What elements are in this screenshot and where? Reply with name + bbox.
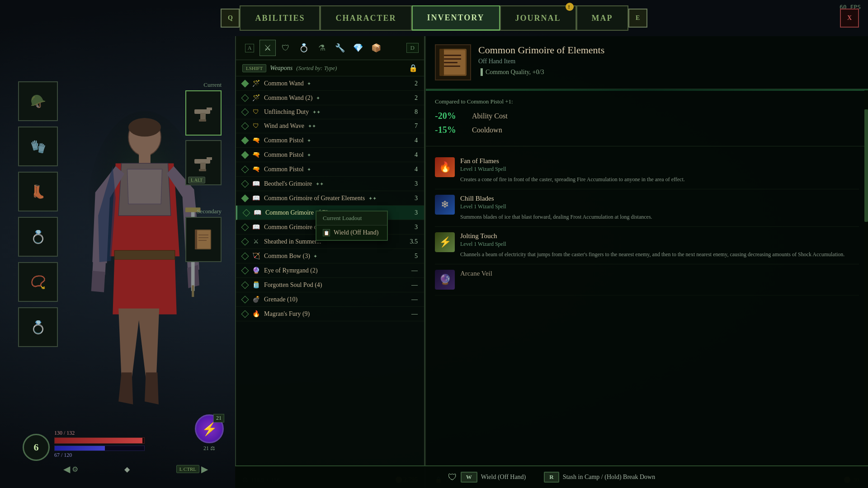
item-count: 4 xyxy=(404,151,418,159)
active-consumable[interactable]: ⚡ 21 21 ⚖ xyxy=(195,414,224,452)
spell-description: Summons blades of ice that blast forward… xyxy=(460,213,859,221)
cat-consumables[interactable]: ⚗ xyxy=(314,40,330,56)
list-item[interactable]: 💣 Grenade (10) — xyxy=(236,292,424,307)
fire-icon: 🔥 xyxy=(251,310,260,318)
item-count: — xyxy=(404,310,418,318)
next-character-button[interactable]: L CTRL ▶ xyxy=(176,464,208,474)
cat-key-d[interactable]: D xyxy=(406,43,419,53)
wield-key[interactable]: W xyxy=(461,472,477,483)
spell-entry: ⚡ Jolting Touch Level 1 Wizard Spell Cha… xyxy=(435,227,859,264)
equip-indicator xyxy=(243,209,250,216)
close-key[interactable]: X xyxy=(840,9,859,28)
cooldown-delta: -15% xyxy=(435,125,467,135)
grimoire-icon: 📖 xyxy=(251,223,260,231)
item-quality-display: ▐ Common Quality, +0/3 xyxy=(478,69,859,76)
prev-character-button[interactable]: ◀ ⚙ xyxy=(63,464,78,474)
cat-armor[interactable]: 🛡 xyxy=(278,40,294,56)
top-navigation: Q ABILITIES CHARACTER INVENTORY JOURNAL … xyxy=(0,0,868,36)
stash-key[interactable]: R xyxy=(544,472,559,483)
lightning-spell-icon: ⚡ xyxy=(435,232,455,252)
list-item[interactable]: 🛡 Wind and Wave ✦✦ 7 xyxy=(236,119,424,133)
svg-rect-28 xyxy=(444,66,460,67)
svg-rect-9 xyxy=(207,108,212,110)
nav-key-q[interactable]: Q xyxy=(221,9,240,28)
list-item[interactable]: 🔫 Common Pistol ✦ 4 xyxy=(236,162,424,177)
equip-indicator xyxy=(241,310,249,318)
cat-weapons[interactable]: ⚔ xyxy=(259,40,276,56)
svg-rect-17 xyxy=(197,230,210,249)
lshift-key[interactable]: LSHIFT xyxy=(242,64,266,72)
consumable-count: 21 xyxy=(213,414,224,422)
health-bar xyxy=(54,437,145,444)
lock-icon[interactable]: 🔒 xyxy=(409,64,418,72)
fire-spell-icon: 🔥 xyxy=(435,157,455,177)
list-item[interactable]: 🏹 Common Bow (3) ✦ 5 xyxy=(236,249,424,263)
popup-wield-item[interactable]: 📋 Wield (Off Hand) xyxy=(316,225,387,240)
cat-gems[interactable]: 💎 xyxy=(350,40,366,56)
list-item[interactable]: 🔫 Common Pistol ✦ 4 xyxy=(236,148,424,162)
cat-accessories[interactable]: 💍 xyxy=(296,40,312,56)
detail-scroll-thumb xyxy=(864,109,868,222)
quality-icon: ▐ xyxy=(478,69,483,76)
cooldown-label: Cooldown xyxy=(472,126,502,134)
orb-icon: 🔮 xyxy=(251,267,260,274)
helm-icon: 🪖 xyxy=(30,94,46,109)
stamina-label: 67 / 120 xyxy=(54,452,145,459)
detail-panel: Common Grimoire of Elements Off Hand Ite… xyxy=(425,36,868,488)
spell-description: Creates a cone of fire in front of the c… xyxy=(460,175,859,183)
slot-amulet[interactable]: 📿 xyxy=(18,262,58,302)
notification-badge: ! xyxy=(566,3,574,11)
item-count: 2 xyxy=(404,80,418,87)
slot-ring2[interactable]: 💍 xyxy=(18,307,58,347)
list-item[interactable]: 🪄 Common Wand ✦ 2 xyxy=(236,76,424,91)
item-name: Beothel's Grimoire ✦✦ xyxy=(264,180,401,188)
list-item[interactable]: 📖 Beothel's Grimoire ✦✦ 3 xyxy=(236,177,424,191)
wield-icon: 📋 xyxy=(323,229,330,236)
list-item[interactable]: 🛡 Unflinching Duty ✦✦ 8 xyxy=(236,105,424,119)
item-count: 4 xyxy=(404,166,418,173)
cat-misc[interactable]: 📦 xyxy=(368,40,384,56)
current-weapon-slot[interactable] xyxy=(185,90,222,136)
spell-name: Fan of Flames xyxy=(460,157,859,165)
stat-cooldown: -15% Cooldown xyxy=(435,125,859,135)
orb-icon: ⚡ xyxy=(202,422,217,436)
slot-key-lalt: L ALT xyxy=(188,177,205,183)
svg-rect-3 xyxy=(139,154,151,164)
current-weapon-slot-2[interactable]: L ALT xyxy=(185,140,222,185)
spell-level: Level 1 Wizard Spell xyxy=(460,241,859,248)
secondary-weapon-slot[interactable] xyxy=(185,217,222,262)
ice-spell-icon: ❄ xyxy=(435,195,455,215)
list-item[interactable]: 🔥 Magran's Fury (9) — xyxy=(236,307,424,321)
cat-all[interactable]: A xyxy=(241,40,258,56)
item-count: 2 xyxy=(404,94,418,102)
ability-cost-label: Ability Cost xyxy=(472,112,508,120)
list-item[interactable]: 🔫 Common Pistol ✦ 4 xyxy=(236,133,424,148)
list-item[interactable]: 📖 Common Grimoire of Greater Elements ✦✦… xyxy=(236,191,424,206)
tab-inventory[interactable]: INVENTORY xyxy=(412,5,500,31)
slot-boots[interactable]: 👢 xyxy=(18,172,58,211)
spell-name: Chill Blades xyxy=(460,195,859,202)
tab-abilities[interactable]: ABILITIES xyxy=(240,5,320,31)
list-item[interactable]: 🫙 Forgotten Soul Pod (4) — xyxy=(236,278,424,292)
grimoire-icon: 📖 xyxy=(251,180,260,188)
amulet-icon: 📿 xyxy=(30,275,46,290)
list-item[interactable]: 🔮 Eye of Rymrgand (2) — xyxy=(236,263,424,278)
slot-helm[interactable]: 🪖 xyxy=(18,81,58,121)
wand-icon: 🪄 xyxy=(251,94,260,102)
detail-scrollbar[interactable] xyxy=(864,90,868,465)
item-name: Common Wand ✦ xyxy=(264,80,401,87)
nav-key-e[interactable]: E xyxy=(628,9,647,28)
svg-rect-25 xyxy=(444,55,461,56)
cat-crafting[interactable]: 🔧 xyxy=(332,40,348,56)
tab-journal[interactable]: JOURNAL ! xyxy=(500,5,576,31)
tab-character[interactable]: CHARACTER xyxy=(320,5,411,31)
slot-ring1[interactable]: 💍 xyxy=(18,217,58,257)
slot-gauntlets[interactable]: 🧤 xyxy=(18,127,58,166)
secondary-weapon-group: Secondary xyxy=(185,208,222,262)
spell-info: Arcane Veil xyxy=(460,270,859,290)
context-popup: Current Loadout 📋 Wield (Off Hand) xyxy=(316,211,388,241)
list-item[interactable]: 🪄 Common Wand (2) ✦ 2 xyxy=(236,91,424,105)
pistol-icon xyxy=(192,99,215,127)
tab-map[interactable]: MAP xyxy=(576,5,628,31)
inventory-list: 🪄 Common Wand ✦ 2 🪄 Common Wand (2) ✦ 2 … xyxy=(236,76,424,471)
